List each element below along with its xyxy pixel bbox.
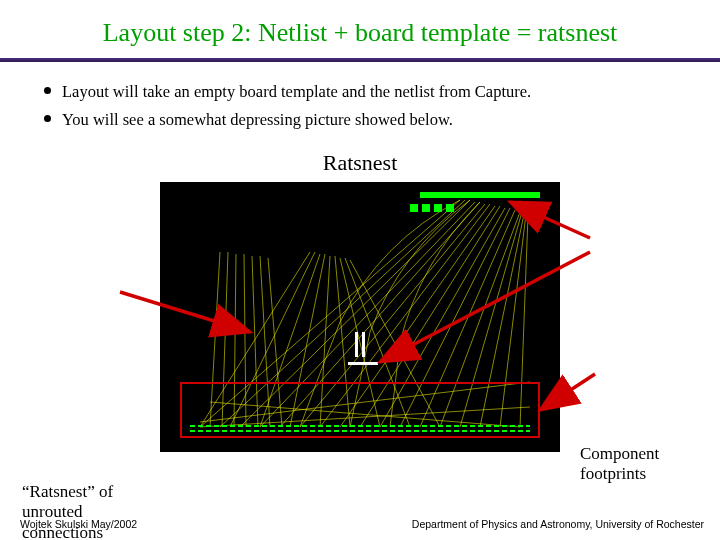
slide-title: Layout step 2: Netlist + board template … [0, 0, 720, 58]
svg-rect-43 [362, 332, 365, 357]
bullet-item: Layout will take an empty board template… [62, 80, 680, 104]
bullet-item: You will see a somewhat depressing pictu… [62, 108, 680, 132]
svg-rect-40 [446, 204, 454, 212]
annotation-footprints: Component footprints [580, 444, 700, 485]
annotation-ratsnest: “Ratsnest” of unrouted connections [22, 482, 142, 540]
bullet-list: Layout will take an empty board template… [0, 62, 720, 142]
svg-rect-39 [434, 204, 442, 212]
svg-rect-38 [422, 204, 430, 212]
footer: Wojtek Skulski May/2002 Department of Ph… [20, 518, 704, 530]
svg-rect-41 [348, 362, 378, 365]
footer-left: Wojtek Skulski May/2002 [20, 518, 137, 530]
bullet-dot-icon [44, 115, 51, 122]
bullet-text: You will see a somewhat depressing pictu… [62, 110, 453, 129]
diagram-heading: Ratsnest [0, 150, 720, 176]
svg-rect-42 [355, 332, 358, 357]
footprint-strip [190, 425, 530, 427]
svg-rect-37 [410, 204, 418, 212]
footer-right: Department of Physics and Astronomy, Uni… [412, 518, 704, 530]
footprint-strip [190, 430, 530, 432]
diagram-area: “Ratsnest” of unrouted connections Compo… [0, 182, 720, 482]
bullet-dot-icon [44, 87, 51, 94]
svg-rect-36 [420, 192, 540, 198]
bullet-text: Layout will take an empty board template… [62, 82, 531, 101]
ratsnest-diagram [160, 182, 560, 452]
